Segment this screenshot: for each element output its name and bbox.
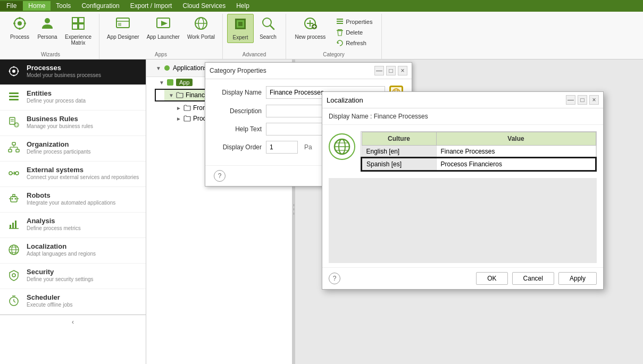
ribbon-app-launcher-btn[interactable]: App Launcher [144, 14, 183, 42]
menu-configuration[interactable]: Configuration [76, 1, 124, 11]
external-systems-title: External systems [27, 166, 139, 174]
tree-finance-expand: ▼ [169, 92, 174, 98]
svg-marker-35 [337, 41, 339, 44]
ribbon-delete-btn[interactable]: Delete [333, 28, 375, 37]
scheduler-title: Scheduler [27, 293, 73, 301]
app-node-icon [166, 79, 174, 86]
sidebar-item-robots[interactable]: Robots Integrate your automated applicat… [0, 187, 146, 213]
entities-icon [6, 90, 21, 106]
svg-point-6 [45, 18, 50, 23]
menu-home[interactable]: Home [23, 1, 51, 11]
svg-point-40 [9, 71, 11, 72]
analysis-icon [6, 218, 21, 233]
sidebar-item-localization[interactable]: Localization Adapt languages and regions [0, 238, 146, 264]
svg-rect-30 [337, 19, 343, 20]
category-minimize-btn[interactable]: — [374, 66, 384, 75]
menu-bar: File Home Tools Configuration Export / I… [0, 0, 643, 12]
localization-maximize-btn[interactable]: □ [578, 95, 587, 105]
localization-title: Localization [27, 242, 96, 250]
sidebar-item-scheduler[interactable]: Scheduler Execute offline jobs [0, 289, 146, 315]
category-dialog-controls: — □ × [374, 66, 407, 75]
properties-label: Properties [346, 19, 372, 25]
processes-icon [6, 65, 21, 80]
external-systems-desc: Connect your external services and repos… [27, 174, 139, 180]
ribbon-properties-btn[interactable]: Properties [333, 17, 375, 27]
ribbon-process-btn[interactable]: Process [6, 14, 33, 42]
category-help-btn[interactable]: ? [214, 170, 226, 182]
english-value-cell[interactable] [436, 146, 596, 158]
svg-rect-9 [72, 24, 78, 29]
ribbon-refresh-btn[interactable]: Refresh [333, 38, 375, 48]
security-icon [6, 269, 21, 284]
localization-help-btn[interactable]: ? [329, 273, 340, 284]
svg-rect-21 [238, 22, 243, 26]
sidebar: Processes Model your business processes … [0, 60, 146, 364]
sidebar-item-analysis[interactable]: Analysis Define process metrics [0, 213, 146, 238]
ribbon-persona-btn[interactable]: Persona [34, 14, 61, 42]
ribbon-group-wizards: Process Persona ExperienceMatrix Wizards [2, 14, 99, 59]
ribbon-app-designer-btn[interactable]: App Designer [104, 14, 143, 42]
ribbon-expert-btn[interactable]: Expert [227, 14, 254, 43]
category-group-label: Category [323, 52, 345, 59]
ribbon-group-apps: App Designer App Launcher Work Portal Ap… [99, 14, 223, 59]
tree-processes-expand: ► [176, 116, 181, 122]
ok-button[interactable]: OK [476, 272, 507, 285]
process-label: Process [10, 34, 29, 40]
culture-header: Culture [362, 132, 436, 146]
localization-close-btn[interactable]: × [589, 95, 599, 105]
cancel-button[interactable]: Cancel [512, 272, 554, 285]
svg-rect-8 [79, 18, 84, 23]
apply-button[interactable]: Apply [558, 272, 597, 285]
menu-help[interactable]: Help [231, 1, 255, 11]
sidebar-collapse-btn[interactable]: ‹ [0, 315, 146, 329]
table-row-spanish: Spanish [es] [362, 158, 596, 171]
sidebar-item-security[interactable]: Security Define your security settings [0, 264, 146, 289]
menu-cloud-services[interactable]: Cloud Services [177, 1, 231, 11]
svg-rect-7 [72, 18, 78, 23]
experience-matrix-icon [71, 16, 86, 33]
robots-icon [6, 192, 21, 208]
entities-desc: Define your process data [27, 98, 86, 104]
organization-title: Organization [27, 140, 91, 148]
ribbon-experience-matrix-btn[interactable]: ExperienceMatrix [62, 14, 95, 48]
sidebar-item-processes[interactable]: Processes Model your business processes [0, 60, 146, 85]
refresh-icon [336, 39, 344, 47]
english-value-input[interactable] [441, 148, 591, 155]
app-launcher-label: App Launcher [147, 34, 180, 40]
resizer-handle [293, 204, 295, 220]
display-order-label: Display Order [214, 143, 262, 151]
ribbon: Process Persona ExperienceMatrix Wizards [0, 12, 643, 60]
menu-tools[interactable]: Tools [51, 1, 76, 11]
sidebar-item-external-systems[interactable]: External systems Connect your external s… [0, 162, 146, 187]
svg-rect-71 [12, 223, 14, 228]
persona-label: Persona [37, 34, 57, 40]
menu-export-import[interactable]: Export / Import [125, 1, 178, 11]
category-dialog-title: Category Properties [210, 67, 266, 74]
apps-group-label: Apps [155, 52, 167, 59]
organization-icon [6, 141, 21, 157]
ribbon-search-btn[interactable]: Search [255, 14, 281, 42]
ribbon-new-process-btn[interactable]: New process [291, 14, 329, 50]
sidebar-item-business-rules[interactable]: Business Rules Manage your business rule… [0, 111, 146, 136]
localization-minimize-btn[interactable]: — [566, 95, 575, 105]
sidebar-item-entities[interactable]: Entities Define your process data [0, 85, 146, 111]
sidebar-item-organization[interactable]: Organization Define process participants [0, 136, 146, 162]
ribbon-work-portal-btn[interactable]: Work Portal [184, 14, 218, 42]
category-maximize-btn[interactable]: □ [386, 66, 396, 75]
svg-rect-72 [15, 221, 16, 228]
robots-title: Robots [27, 191, 115, 199]
localization-dialog: Localization — □ × Display Name : Financ… [322, 91, 604, 290]
menu-file[interactable]: File [0, 1, 23, 11]
tree-root-label: Applications [173, 64, 207, 72]
svg-point-38 [13, 66, 15, 68]
display-order-input[interactable] [266, 141, 298, 154]
spanish-value-cell[interactable] [436, 158, 596, 171]
svg-point-2 [19, 17, 21, 19]
expert-icon [233, 16, 248, 33]
spanish-value-input[interactable] [441, 160, 591, 168]
category-close-btn[interactable]: × [398, 66, 407, 75]
wizards-group-label: Wizards [41, 52, 60, 59]
analysis-title: Analysis [27, 217, 81, 225]
tree-front-desk-expand: ► [176, 105, 181, 111]
localization-dialog-controls: — □ × [566, 95, 599, 105]
